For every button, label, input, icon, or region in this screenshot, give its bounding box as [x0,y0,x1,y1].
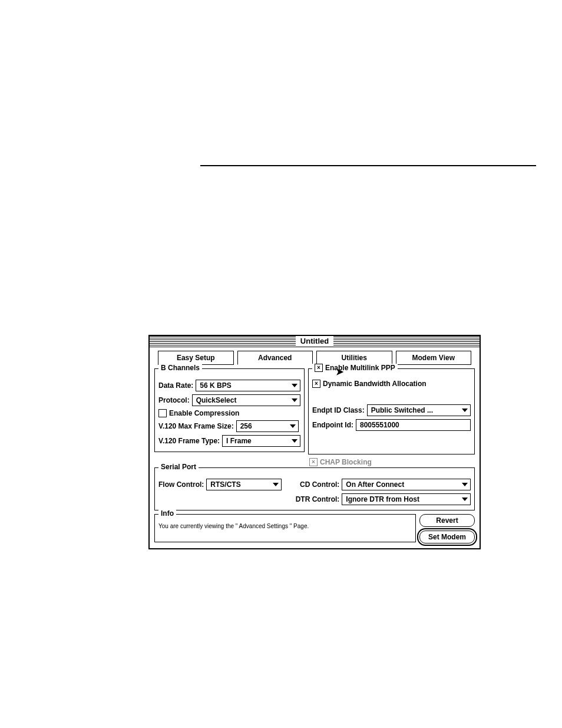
checkbox-icon: × [315,364,323,372]
cd-control-label: CD Control: [293,480,339,489]
multilink-ppp-legend[interactable]: × Enable Multilink PPP [312,364,398,372]
revert-button-label: Revert [436,516,458,525]
endpoint-id-input[interactable]: 8005551000 [356,419,471,431]
dropdown-arrow-icon [290,396,299,404]
enable-compression-checkbox[interactable]: Enable Compression [158,409,300,417]
serial-port-legend: Serial Port [158,463,199,471]
multilink-ppp-legend-label: Enable Multilink PPP [325,364,395,372]
protocol-label: Protocol: [158,396,190,404]
tab-utilities-label: Utilities [342,354,367,362]
tab-easy-setup-label: Easy Setup [177,354,215,362]
data-rate-value: 56 K BPS [200,381,231,390]
v120-max-select[interactable]: 256 [236,420,299,432]
endpt-class-label: Endpt ID Class: [312,406,365,414]
endpoint-id-label: Endpoint Id: [312,421,353,429]
info-panel: Info You are currently viewing the " Adv… [154,514,416,542]
dyn-bandwidth-label: Dynamic Bandwidth Allocation [323,380,427,388]
flow-control-select[interactable]: RTS/CTS [206,479,282,490]
dtr-control-select[interactable]: Ignore DTR from Host [342,493,471,505]
set-modem-button[interactable]: Set Modem [419,531,475,543]
tab-utilities[interactable]: Utilities [316,351,392,365]
flow-control-value: RTS/CTS [210,480,240,489]
tab-advanced[interactable]: Advanced [237,351,313,365]
chap-blocking-label: CHAP Blocking [320,458,372,466]
set-modem-button-label: Set Modem [428,533,466,541]
v120-frame-type-value: I Frame [226,437,252,445]
enable-compression-label: Enable Compression [169,409,239,417]
tab-easy-setup[interactable]: Easy Setup [158,351,234,365]
dtr-control-value: Ignore DTR from Host [346,495,419,503]
v120-max-value: 256 [240,422,252,430]
info-legend: Info [158,509,176,518]
v120-frame-type-select[interactable]: I Frame [222,435,300,447]
cd-control-value: On After Connect [346,480,404,489]
window-titlebar[interactable]: Untitled [150,336,480,347]
tab-modem-view-label: Modem View [412,354,455,362]
data-rate-select[interactable]: 56 K BPS [196,380,300,391]
dropdown-arrow-icon [461,406,469,414]
dyn-bandwidth-checkbox[interactable]: × Dynamic Bandwidth Allocation [312,380,471,388]
dropdown-arrow-icon [290,381,299,390]
dtr-control-label: DTR Control: [293,495,339,503]
data-rate-label: Data Rate: [158,381,193,390]
b-channels-legend: B Channels [158,364,202,372]
dropdown-arrow-icon [461,480,469,489]
dropdown-arrow-icon [290,437,299,445]
dropdown-arrow-icon [461,495,469,503]
cd-control-select[interactable]: On After Connect [342,479,471,490]
checkbox-icon: × [312,380,320,388]
protocol-select[interactable]: QuickSelect [192,394,300,406]
protocol-value: QuickSelect [196,396,237,404]
serial-port-group: Serial Port Flow Control: RTS/CTS [154,467,475,510]
checkbox-icon: × [309,458,318,466]
window-title: Untitled [296,336,333,347]
revert-button[interactable]: Revert [419,514,475,527]
multilink-ppp-group: × Enable Multilink PPP × Dynamic Bandwid… [308,368,475,454]
v120-max-label: V.120 Max Frame Size: [158,422,234,430]
dropdown-arrow-icon [272,480,280,489]
dropdown-arrow-icon [289,422,297,430]
tab-advanced-label: Advanced [258,354,292,362]
endpt-class-value: Public Switched ... [371,406,433,414]
b-channels-group: B Channels Data Rate: 56 K BPS Protocol: [154,368,305,452]
chap-blocking-checkbox: × CHAP Blocking [309,458,475,466]
endpt-class-select[interactable]: Public Switched ... [367,404,471,416]
tab-bar: Easy Setup Advanced Utilities Modem View [154,347,475,365]
v120-frame-type-label: V.120 Frame Type: [158,437,220,445]
tab-modem-view[interactable]: Modem View [396,351,472,365]
info-text: You are currently viewing the " Advanced… [158,523,309,529]
checkbox-icon [158,409,167,417]
flow-control-label: Flow Control: [158,480,204,489]
horizontal-rule [200,165,536,166]
settings-window: Untitled Easy Setup Advanced Utilities M… [148,335,481,549]
